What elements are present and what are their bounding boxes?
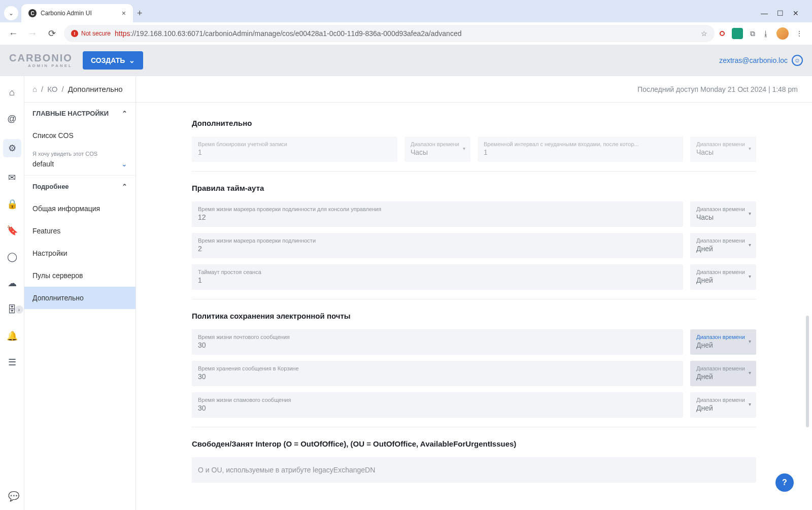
scrollbar-thumb[interactable]	[806, 316, 809, 427]
sidebar-item-settings[interactable]: Настройки	[24, 242, 136, 264]
not-secure-label: Not secure	[81, 30, 111, 37]
console-token-row: Время жизни маркера проверки подлинности…	[192, 201, 756, 227]
idle-timeout-field[interactable]: Таймаут простоя сеанса 1	[192, 264, 683, 290]
msg-life-unit-select[interactable]: Диапазон времени Дней ▾	[690, 329, 756, 355]
spam-unit-select[interactable]: Диапазон времени Дней ▾	[690, 392, 756, 418]
profile-avatar-icon[interactable]	[776, 27, 789, 40]
lockout-row: Время блокировки учетной записи 1 Диапаз…	[192, 137, 756, 162]
chevron-down-icon: ▾	[749, 401, 751, 407]
legacy-dn-field[interactable]: O и OU, используемые в атрибуте legacyEx…	[192, 457, 756, 483]
auth-token-unit-select[interactable]: Диапазон времени Дней ▾	[690, 233, 756, 258]
minimize-icon[interactable]: —	[761, 9, 768, 17]
home-icon[interactable]: ⌂	[32, 85, 37, 93]
rail-expand-icon[interactable]: ›	[15, 305, 23, 314]
close-icon[interactable]: ×	[122, 9, 126, 17]
auth-token-field[interactable]: Время жизни маркера проверки подлинности…	[192, 233, 683, 258]
user-email[interactable]: zextras@carbonio.loc ☺	[719, 55, 803, 66]
extensions-icon[interactable]: ⧉	[750, 29, 755, 38]
close-window-icon[interactable]: ✕	[793, 9, 799, 17]
address-bar: ← → ⟳ ! Not secure https://192.168.100.6…	[0, 22, 812, 45]
not-secure-badge[interactable]: ! Not secure	[71, 30, 111, 37]
lockout-time-field: Время блокировки учетной записи 1	[192, 137, 397, 162]
auth-token-row: Время жизни маркера проверки подлинности…	[192, 233, 756, 258]
sidebar-item-features[interactable]: Features	[24, 220, 136, 242]
bookmark-icon[interactable]: ☆	[701, 29, 707, 38]
sidebar: ⌂ / КО / Дополнительно ГЛАВНЫЕ НАСТРОЙКИ…	[24, 76, 136, 510]
legacy-dn-row: O и OU, используемые в атрибуте legacyEx…	[192, 457, 756, 483]
msg-life-field[interactable]: Время жизни почтового сообщения 30	[192, 329, 683, 355]
help-button[interactable]: ?	[775, 473, 794, 492]
rail-gear-icon[interactable]: ⚙	[3, 139, 21, 157]
rail-mail-icon[interactable]: ✉	[6, 172, 18, 184]
chevron-down-icon: ▾	[749, 242, 751, 248]
divider	[192, 171, 756, 172]
rail-lock-icon[interactable]: 🔒	[6, 198, 18, 210]
menu-icon[interactable]: ⋮	[796, 29, 803, 38]
console-token-unit-select[interactable]: Диапазон времени Часы ▾	[690, 201, 756, 227]
warning-icon: !	[71, 30, 78, 37]
idle-timeout-unit-select[interactable]: Диапазон времени Дней ▾	[690, 264, 756, 290]
msg-life-row: Время жизни почтового сообщения 30 Диапа…	[192, 329, 756, 355]
browser-chrome: ⌄ C Carbonio Admin UI × + — ☐ ✕ ← → ⟳ ! …	[0, 0, 812, 45]
app-header: CARBONIO ADMIN PANEL СОЗДАТЬ ⌄ zextras@c…	[0, 45, 812, 76]
url-text: https://192.168.100.63:6071/carbonioAdmi…	[115, 29, 461, 38]
sidebar-section-main[interactable]: ГЛАВНЫЕ НАСТРОЙКИ ⌃	[24, 103, 136, 124]
rail-shield-icon[interactable]: ◯	[6, 251, 18, 263]
create-button[interactable]: СОЗДАТЬ ⌄	[83, 51, 143, 70]
back-icon[interactable]: ←	[6, 26, 20, 41]
trash-unit-select[interactable]: Диапазон времени Дней ▾	[690, 361, 756, 386]
maximize-icon[interactable]: ☐	[777, 9, 784, 17]
idle-timeout-row: Таймаут простоя сеанса 1 Диапазон времен…	[192, 264, 756, 290]
browser-tab[interactable]: C Carbonio Admin UI ×	[21, 4, 133, 22]
app-body: ⌂ @ ⚙ ✉ 🔒 🔖 ◯ ☁ 🗄› 🔔 ☰ ⌂ / КО / Дополнит…	[0, 76, 812, 510]
divider	[192, 427, 756, 427]
console-token-field[interactable]: Время жизни маркера проверки подлинности…	[192, 201, 683, 227]
cos-selector[interactable]: Я хочу увидеть этот COS default ⌄	[24, 147, 136, 176]
rail-backup-icon[interactable]: ☁	[6, 277, 18, 289]
fail-interval-unit-select: Диапазон времени Часы ▾	[690, 137, 756, 162]
chevron-up-icon: ⌃	[122, 183, 127, 190]
user-icon: ☺	[792, 55, 803, 66]
rail-bell-icon[interactable]: 🔔	[6, 330, 18, 342]
icon-rail: ⌂ @ ⚙ ✉ 🔒 🔖 ◯ ☁ 🗄› 🔔 ☰	[0, 76, 24, 510]
lockout-unit-select: Диапазон времени Часы ▾	[404, 137, 470, 162]
sidebar-item-advanced[interactable]: Дополнительно	[24, 287, 136, 309]
sidebar-item-pools[interactable]: Пулы серверов	[24, 264, 136, 287]
last-access-label: Последний доступ Monday 21 Oct 2024 | 1:…	[637, 85, 798, 93]
trash-field[interactable]: Время хранения сообщения в Корзине 30	[192, 361, 683, 386]
section-title-advanced: Дополнительно	[192, 119, 756, 127]
chevron-down-icon: ▾	[749, 211, 751, 216]
extension-icon[interactable]	[732, 28, 743, 39]
tab-search-icon[interactable]: ⌄	[4, 6, 18, 20]
rail-at-icon[interactable]: @	[6, 113, 18, 125]
main-top-bar: Последний доступ Monday 21 Oct 2024 | 1:…	[136, 76, 812, 103]
window-controls: — ☐ ✕	[761, 9, 808, 17]
reload-icon[interactable]: ⟳	[45, 26, 59, 41]
rail-list-icon[interactable]: ☰	[6, 356, 18, 368]
rail-home-icon[interactable]: ⌂	[6, 86, 18, 98]
record-icon[interactable]	[720, 31, 725, 36]
sidebar-item-cos-list[interactable]: Список COS	[24, 124, 136, 147]
sidebar-section-details[interactable]: Подробнее ⌃	[24, 176, 136, 197]
url-input[interactable]: ! Not secure https://192.168.100.63:6071…	[64, 25, 715, 42]
breadcrumb-seg2: Дополнительно	[68, 85, 123, 93]
spam-field[interactable]: Время жизни спамового сообщения 30	[192, 392, 683, 418]
rail-storage-icon[interactable]: 🗄›	[6, 303, 18, 316]
cos-selector-label: Я хочу увидеть этот COS	[32, 151, 127, 157]
chevron-down-icon: ▾	[749, 370, 751, 376]
chat-icon[interactable]: 💬	[8, 491, 19, 502]
section-title-freebusy: Свободен/Занят Interop (O = OutOfOffice)…	[192, 439, 756, 448]
new-tab-button[interactable]: +	[137, 8, 143, 19]
section-title-retention: Политика сохранения электронной почты	[192, 312, 756, 320]
download-icon[interactable]: ⭳	[762, 29, 769, 38]
trash-row: Время хранения сообщения в Корзине 30 Ди…	[192, 361, 756, 386]
browser-toolbar-icons: ⧉ ⭳ ⋮	[720, 27, 806, 40]
chevron-down-icon: ▾	[463, 146, 465, 151]
divider	[192, 299, 756, 299]
fail-interval-field: Временной интервал с неудачными входами,…	[478, 137, 683, 162]
sidebar-item-general[interactable]: Общая информация	[24, 197, 136, 220]
content-scroll[interactable]: Дополнительно Время блокировки учетной з…	[136, 103, 812, 510]
rail-bookmark-icon[interactable]: 🔖	[6, 224, 18, 236]
main-area: Последний доступ Monday 21 Oct 2024 | 1:…	[136, 76, 812, 510]
breadcrumb-seg1[interactable]: КО	[47, 85, 57, 93]
